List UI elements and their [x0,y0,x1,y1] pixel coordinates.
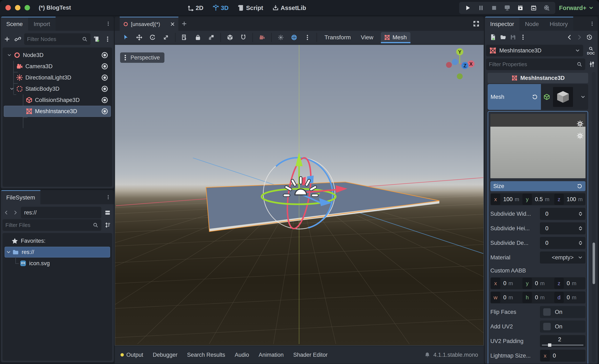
eye-icon[interactable] [101,51,108,59]
filter-nodes-search[interactable] [24,33,90,45]
local-space-icon[interactable] [226,33,234,42]
filter-files-input[interactable] [5,222,93,228]
new-resource-icon[interactable] [488,33,498,42]
tree-row-collisionshape3d[interactable]: CollisionShape3D [4,95,111,106]
aabb-z-field[interactable]: z0m [554,278,585,289]
eye-icon[interactable] [101,63,108,70]
tab-filesystem[interactable]: FileSystem [1,191,40,204]
close-window-button[interactable] [5,5,11,10]
chevron-down-icon[interactable] [5,249,12,255]
resource-menu-icon[interactable] [519,33,528,42]
eye-icon[interactable] [101,96,108,104]
inspected-node-selector[interactable]: MeshInstance3D [486,45,583,56]
tab-history[interactable]: History [544,17,573,31]
aabb-x-field[interactable]: x0m [490,278,522,289]
forward-icon[interactable] [12,208,19,217]
tree-row-staticbody3d[interactable]: StaticBody3D [4,83,111,95]
sort-icon[interactable] [103,220,112,230]
revert-icon[interactable] [532,94,538,100]
bell-icon[interactable] [424,352,431,358]
bottom-tab-debugger[interactable]: Debugger [153,352,177,358]
scene-tree-menu-icon[interactable] [103,35,112,44]
bottom-tab-shader-editor[interactable]: Shader Editor [293,352,328,358]
tab-node[interactable]: Node [520,17,544,31]
view-menu[interactable]: View [358,34,376,41]
perspective-menu[interactable]: Perspective [120,52,164,63]
size-y-field[interactable]: y0.5m [522,194,554,205]
aabb-y-field[interactable]: y0m [522,278,554,289]
pause-button[interactable] [476,3,485,12]
tab-2d[interactable]: 2D [187,5,203,11]
tab-assetlib[interactable]: AssetLib [272,5,306,11]
minimize-window-button[interactable] [15,5,20,10]
bottom-tab-output[interactable]: Output [121,352,143,358]
aabb-d-field[interactable]: d0m [554,292,585,303]
dock-menu-icon[interactable] [106,17,114,31]
dock-menu-icon[interactable] [106,190,114,204]
play-remote-button[interactable] [503,3,512,12]
scene-tab-unsaved[interactable]: [unsaved](*) [120,17,178,31]
material-dropdown[interactable]: <empty> [540,251,585,264]
category-header[interactable]: MeshInstance3D [488,73,588,83]
viewport-menu-icon[interactable] [303,33,312,42]
eye-icon[interactable] [101,85,108,93]
filter-properties-input[interactable] [489,61,577,68]
eye-icon[interactable] [101,108,108,115]
preview-sun-icon[interactable] [277,33,285,42]
slider-knob[interactable] [548,343,551,347]
load-icon[interactable] [498,33,508,42]
move-icon[interactable] [135,33,143,42]
save-icon[interactable] [509,33,518,42]
tree-row-directionallight3d[interactable]: DirectionalLight3D [4,72,111,83]
bottom-tab-audio[interactable]: Audio [235,352,249,358]
spinner-icon[interactable] [578,240,583,246]
camera-preview-icon[interactable] [258,33,266,42]
subdivide-height-spinbox[interactable]: 0 [540,222,585,234]
transform-menu[interactable]: Transform [322,34,353,41]
scrollbar-thumb[interactable] [592,243,595,284]
tools-icon[interactable] [587,60,597,69]
back-icon[interactable] [2,208,10,217]
revert-icon[interactable] [577,183,582,189]
play-scene-button[interactable] [516,3,525,12]
movie-mode-button[interactable] [542,3,551,12]
add-node-button[interactable] [2,35,12,44]
chevron-down-icon[interactable] [8,86,15,91]
new-scene-tab-button[interactable] [178,17,190,31]
play-custom-scene-button[interactable] [529,3,538,12]
bottom-tab-animation[interactable]: Animation [259,352,284,358]
filter-nodes-input[interactable] [27,36,82,43]
spinner-icon[interactable] [578,225,583,231]
size-x-field[interactable]: x100m [490,194,522,205]
tab-import[interactable]: Import [28,17,55,31]
dock-menu-icon[interactable] [590,17,598,31]
tab-scene[interactable]: Scene [1,17,28,31]
aabb-h-field[interactable]: h0m [522,292,554,303]
chevron-down-icon[interactable] [6,53,13,58]
chevron-down-icon[interactable] [580,94,586,100]
doc-search-icon[interactable]: DOC [585,46,597,55]
stop-button[interactable] [490,3,499,12]
group-icon[interactable] [207,33,215,42]
history-back-icon[interactable] [565,33,574,42]
tree-row-node3d[interactable]: Node3D [4,50,111,61]
add-uv2-checkbox[interactable] [543,323,551,330]
attach-script-icon[interactable] [92,35,101,44]
close-icon[interactable] [170,22,175,27]
history-forward-icon[interactable] [575,33,584,42]
size-property-header[interactable]: Size [490,181,585,191]
uv2-padding-slider[interactable]: 2 [540,335,585,347]
eye-icon[interactable] [101,74,108,81]
tab-script[interactable]: Script [238,5,263,11]
lightmap-size-x-field[interactable]: x 0 [540,350,585,362]
filter-properties-search[interactable] [486,59,585,70]
expand-icon[interactable] [473,17,480,31]
split-view-icon[interactable] [103,208,112,217]
preview-light-1-icon[interactable]: 1 [576,120,584,128]
play-button[interactable] [463,3,472,12]
viewport-3d[interactable]: Y X Z Perspective [115,44,484,346]
zoom-window-button[interactable] [25,5,30,10]
res-root-row[interactable]: res:// [5,247,110,258]
path-input[interactable] [24,209,98,216]
history-icon[interactable] [585,33,594,42]
